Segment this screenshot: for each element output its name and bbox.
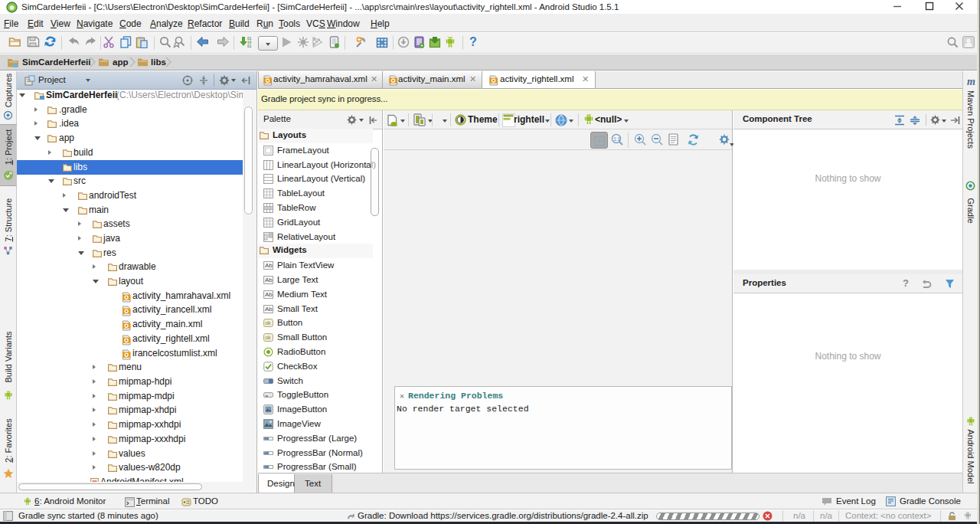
svg-text:Ab: Ab (265, 262, 273, 269)
svg-text:1:1: 1:1 (613, 136, 620, 142)
svg-text:ok: ok (265, 335, 271, 340)
svg-text:Ab: Ab (265, 277, 273, 283)
svg-text:01: 01 (247, 44, 252, 48)
svg-text:Ab: Ab (265, 306, 273, 313)
svg-text:Ab: Ab (265, 291, 273, 298)
svg-text:ok: ok (265, 320, 271, 326)
